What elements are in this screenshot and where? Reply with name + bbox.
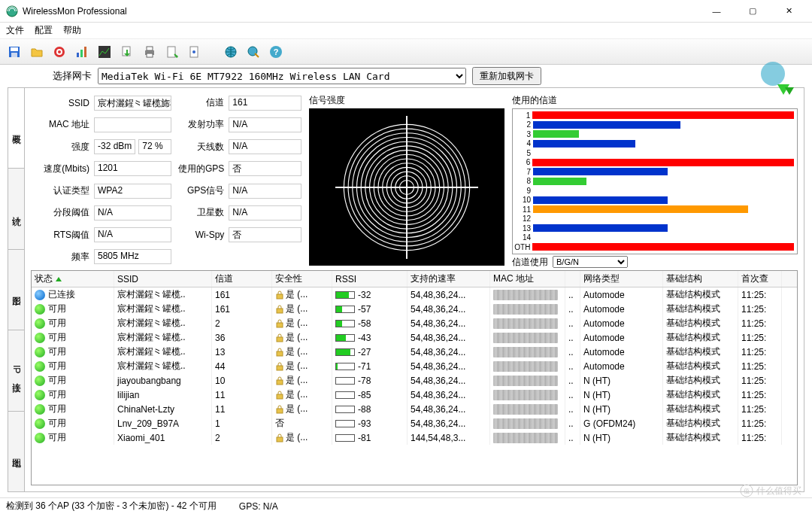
open-icon[interactable] [27, 42, 47, 62]
svg-rect-9 [84, 47, 86, 57]
col-mac[interactable]: MAC 地址 [490, 271, 565, 287]
svg-rect-13 [147, 47, 153, 50]
col-chan[interactable]: 信道 [212, 271, 272, 287]
status-dot-icon [35, 390, 45, 400]
table-row[interactable]: 可用 宸村灑鍟⺀罐榄.. 2 是 (... -58 54,48,36,24...… [32, 316, 797, 330]
status-dot-icon [35, 333, 45, 343]
mac-blurred [493, 404, 558, 415]
maximize-button[interactable]: ▢ [735, 1, 770, 22]
target-icon[interactable] [50, 42, 69, 62]
table-row[interactable]: 可用 宸村灑鍟⺀罐榄.. 161 是 (... -57 54,48,36,24.… [32, 302, 797, 316]
globe-icon[interactable] [221, 42, 241, 62]
tx-label: 发射功率 [176, 118, 224, 131]
connection-info: SSID宸村灑鍟⺀罐榄旆稃wh 信道161 MAC 地址 发射功率N/A 强度-… [31, 94, 301, 266]
auth-label: 认证类型 [31, 184, 89, 197]
table-row[interactable]: 可用 lilijian 11 是 (... -85 54,48,36,24...… [32, 388, 797, 402]
sat-label: 卫星数 [176, 206, 224, 219]
col-rssi[interactable]: RSSI [332, 271, 408, 287]
app-logo [759, 60, 801, 96]
web-arrow-icon[interactable] [244, 42, 263, 62]
mac-blurred [493, 318, 558, 329]
log-icon[interactable] [162, 42, 182, 62]
stats-icon[interactable] [72, 42, 92, 62]
grid-body[interactable]: 已连接 宸村灑鍟⺀罐榄.. 161 是 (... -32 54,48,36,24… [32, 287, 797, 485]
chan-sel-select[interactable]: B/G/N [553, 256, 628, 268]
gpssig-value: N/A [229, 184, 301, 199]
table-row[interactable]: 可用 Xiaomi_401 2 是 (... -81 144,54,48,3..… [32, 430, 797, 445]
ssid-value: 宸村灑鍟⺀罐榄旆稃wh [94, 96, 171, 111]
gpssig-label: GPS信号 [176, 184, 224, 197]
frag-label: 分段阈值 [31, 206, 89, 219]
help-icon[interactable]: ? [266, 42, 286, 62]
svg-text:值: 值 [744, 488, 750, 494]
print-icon[interactable] [140, 42, 159, 62]
speed-value: 1201 [94, 161, 171, 176]
table-row[interactable]: 可用 jiayoubangbang 10 是 (... -78 54,48,36… [32, 373, 797, 388]
col-net[interactable]: 网络类型 [580, 271, 663, 287]
svg-rect-10 [98, 46, 111, 58]
svg-point-16 [176, 55, 178, 57]
col-first[interactable]: 首次查 [738, 271, 782, 287]
adapter-select[interactable]: MediaTek Wi-Fi 6E MT7922 160MHz Wireless… [98, 68, 466, 84]
svg-rect-41 [277, 309, 283, 313]
status-bar: 检测到 36 个AP (33 个加密 - 3 个未加密) - 42 个可用 GP… [0, 497, 812, 514]
adapter-label: 选择网卡 [53, 69, 92, 83]
col-infra[interactable]: 基础结构 [663, 271, 738, 287]
menu-help[interactable]: 帮助 [63, 24, 81, 37]
svg-text:?: ? [274, 47, 279, 56]
sat-value: N/A [229, 205, 301, 221]
table-row[interactable]: 可用 宸村灑鍟⺀罐榄.. 44 是 (... -71 54,48,36,24..… [32, 359, 797, 373]
channel-usage-box: 使用的信道 1234567891011121314OTH 信道使用 B/G/N [512, 94, 798, 266]
minimize-button[interactable]: — [699, 1, 734, 22]
col-sec[interactable]: 安全性 [272, 271, 332, 287]
svg-rect-2 [11, 47, 18, 51]
svg-rect-3 [11, 53, 17, 57]
table-row[interactable]: 可用 宸村灑鍟⺀罐榄.. 13 是 (... -27 54,48,36,24..… [32, 345, 797, 359]
chan-value: 161 [229, 96, 301, 111]
app-icon [6, 5, 18, 17]
grid-header: 状态 SSID 信道 安全性 RSSI 支持的速率 MAC 地址 网络类型 基础… [32, 271, 797, 287]
menu-config[interactable]: 配置 [35, 24, 53, 37]
chan-header: 使用的信道 [512, 94, 798, 107]
wispy-value: 否 [229, 227, 301, 242]
ssid-label: SSID [31, 98, 89, 108]
col-ssid[interactable]: SSID [114, 271, 212, 287]
table-row[interactable]: 可用 宸村灑鍟⺀罐榄.. 36 是 (... -43 54,48,36,24..… [32, 330, 797, 345]
col-status[interactable]: 状态 [32, 271, 114, 287]
frag-value: N/A [94, 205, 171, 221]
col-rate[interactable]: 支持的速率 [408, 271, 490, 287]
graph-icon[interactable] [95, 42, 114, 62]
mac-label: MAC 地址 [31, 118, 89, 131]
status-dot-icon [35, 376, 45, 386]
svg-point-6 [58, 50, 61, 53]
menu-file[interactable]: 文件 [6, 24, 24, 37]
svg-rect-14 [147, 53, 153, 57]
settings-icon[interactable] [185, 42, 205, 62]
tab-stats[interactable]: 统计 [8, 169, 24, 249]
menu-bar: 文件 配置 帮助 [0, 23, 812, 39]
table-row[interactable]: 已连接 宸村灑鍟⺀罐榄.. 161 是 (... -32 54,48,36,24… [32, 287, 797, 302]
reload-adapter-button[interactable]: 重新加载网卡 [472, 67, 541, 85]
save-icon[interactable] [5, 42, 24, 62]
tab-ip[interactable]: IP 连接 [8, 330, 24, 411]
export-icon[interactable] [117, 42, 137, 62]
table-row[interactable]: 可用 Lnv_209_B97A 1 否 -93 54,48,36,24... .… [32, 416, 797, 430]
mac-blurred [493, 333, 558, 343]
side-tabs: 概要 统计 图形 IP 连接 地图 [8, 87, 24, 492]
status-dot-icon [35, 418, 45, 429]
tab-graph[interactable]: 图形 [8, 250, 24, 330]
tab-summary[interactable]: 概要 [8, 88, 24, 169]
close-button[interactable]: ✕ [771, 1, 806, 22]
signal-gauge-box: 信号强度 [309, 94, 504, 266]
tab-map[interactable]: 地图 [8, 412, 24, 491]
ap-grid: 状态 SSID 信道 安全性 RSSI 支持的速率 MAC 地址 网络类型 基础… [31, 270, 798, 485]
table-row[interactable]: 可用 ChinaNet-Lzty 11 是 (... -88 54,48,36,… [32, 402, 797, 416]
ant-label: 天线数 [176, 141, 224, 154]
channel-chart: 1234567891011121314OTH [512, 108, 798, 254]
window-title: WirelessMon Professional [23, 6, 699, 17]
ant-value: N/A [229, 139, 301, 154]
svg-point-23 [761, 62, 785, 86]
mac-blurred [493, 390, 558, 400]
auth-value: WPA2 [94, 184, 171, 199]
speed-label: 速度(Mbits) [31, 163, 89, 175]
